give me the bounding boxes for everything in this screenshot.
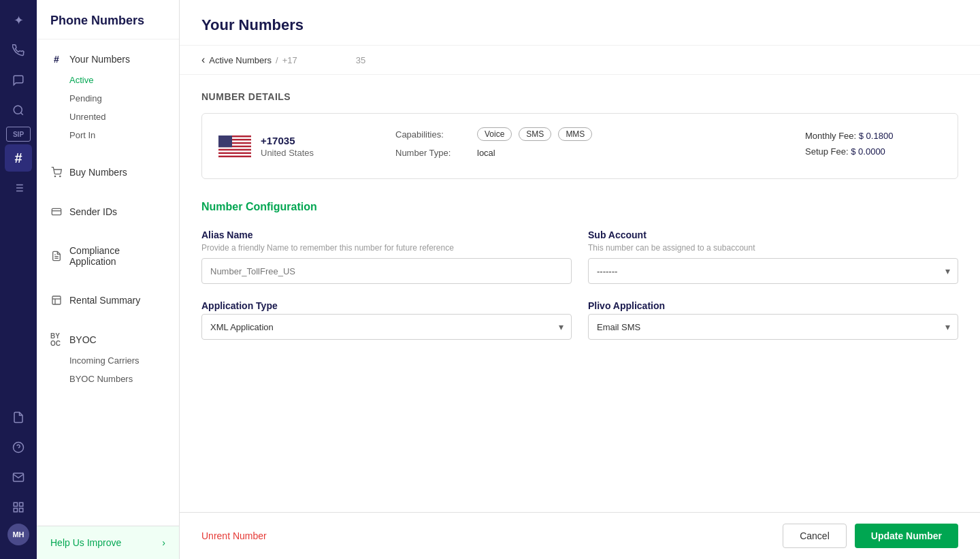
sidebar-item-label-your-numbers: Your Numbers: [69, 54, 130, 65]
svg-rect-27: [218, 147, 251, 148]
sidebar-sub-item-port-in[interactable]: Port In: [37, 126, 179, 144]
unrent-number-button[interactable]: Unrent Number: [201, 530, 267, 541]
number-flag-area: +17035 United States: [218, 135, 368, 158]
mms-badge: MMS: [558, 127, 592, 141]
chat-icon[interactable]: [5, 67, 32, 94]
number-details-card: +17035 United States Capabilities: Voice…: [201, 113, 958, 179]
hash-nav-icon: #: [50, 53, 63, 65]
breadcrumb-link[interactable]: Active Numbers: [209, 55, 272, 65]
icon-rail: ✦ SIP # MH: [0, 0, 37, 559]
breadcrumb-number-partial: 35: [356, 55, 365, 65]
user-avatar[interactable]: MH: [7, 524, 29, 545]
main-content: Your Numbers ‹ Active Numbers / +17 35 N…: [180, 0, 980, 559]
report-icon[interactable]: [5, 404, 32, 431]
sidebar-item-compliance[interactable]: Compliance Application: [37, 240, 179, 272]
sidebar-item-label-sender-ids: Sender IDs: [69, 206, 117, 217]
search-icon[interactable]: [5, 97, 32, 124]
capabilities-label: Capabilities:: [395, 129, 470, 140]
alias-name-hint: Provide a friendly Name to remember this…: [201, 243, 572, 253]
sub-account-label: Sub Account: [588, 229, 958, 240]
help-circle-icon[interactable]: [5, 434, 32, 461]
sidebar-section-sender-ids: Sender IDs: [37, 192, 179, 231]
help-us-improve-button[interactable]: Help Us Improve ›: [37, 526, 179, 559]
us-flag-icon: [218, 135, 251, 157]
number-info: +17035 United States: [261, 135, 314, 158]
sidebar-title: Phone Numbers: [37, 0, 179, 39]
alias-name-input[interactable]: [201, 258, 572, 284]
monthly-fee-row: Monthly Fee: $ 0.1800: [805, 131, 941, 141]
application-type-label: Application Type: [201, 300, 572, 311]
alias-name-label: Alias Name: [201, 229, 572, 240]
setup-fee-row: Setup Fee: $ 0.0000: [805, 146, 941, 157]
id-card-icon: [50, 206, 63, 218]
breadcrumb: ‹ Active Numbers / +17 35: [180, 46, 980, 75]
sidebar-section-buy-numbers: Buy Numbers: [37, 153, 179, 192]
config-section-title: Number Configuration: [201, 201, 958, 213]
sidebar-item-sender-ids[interactable]: Sender IDs: [37, 200, 179, 223]
svg-rect-10: [14, 502, 17, 506]
sidebar-item-label-buy-numbers: Buy Numbers: [69, 167, 127, 178]
sidebar-sub-item-pending[interactable]: Pending: [37, 89, 179, 108]
application-type-select-wrapper: XML Application Option 2 Option 3: [201, 314, 572, 340]
svg-point-15: [60, 176, 61, 176]
sidebar-item-label-compliance: Compliance Application: [69, 245, 165, 267]
sidebar: Phone Numbers # Your Numbers Active Pend…: [37, 0, 180, 559]
byoc-icon: BY OC: [50, 334, 63, 346]
list-icon[interactable]: [5, 174, 32, 202]
number-configuration-section: Number Configuration Alias Name Provide …: [201, 201, 958, 340]
application-type-select[interactable]: XML Application Option 2 Option 3: [201, 314, 572, 340]
sub-account-select[interactable]: -------: [588, 258, 958, 284]
breadcrumb-separator: /: [276, 55, 278, 65]
setup-fee-value: $ 0.0000: [851, 146, 885, 157]
sub-account-group: Sub Account This number can be assigned …: [588, 229, 958, 284]
help-us-improve-label: Help Us Improve: [50, 537, 121, 548]
config-form-grid: Alias Name Provide a friendly Name to re…: [201, 229, 958, 340]
update-number-button[interactable]: Update Number: [855, 524, 958, 548]
svg-rect-29: [218, 154, 251, 155]
sidebar-sub-item-unrented[interactable]: Unrented: [37, 108, 179, 126]
sidebar-item-buy-numbers[interactable]: Buy Numbers: [37, 161, 179, 184]
back-button[interactable]: ‹: [201, 54, 205, 66]
voice-badge: Voice: [477, 127, 512, 141]
sidebar-sub-item-byoc-numbers[interactable]: BYOC Numbers: [37, 370, 179, 388]
svg-rect-28: [218, 150, 251, 152]
number-type-row: Number Type: local: [395, 148, 778, 158]
message-icon[interactable]: [5, 464, 32, 491]
application-type-group: Application Type XML Application Option …: [201, 300, 572, 340]
sub-account-hint: This number can be assigned to a subacco…: [588, 243, 958, 253]
svg-point-0: [14, 106, 22, 114]
page-footer: Unrent Number Cancel Update Number: [180, 512, 980, 559]
svg-rect-13: [14, 509, 17, 512]
compliance-icon: [50, 250, 63, 262]
svg-rect-11: [20, 502, 23, 506]
svg-rect-16: [52, 208, 61, 214]
main-header: Your Numbers: [180, 0, 980, 46]
setup-fee-label: Setup Fee:: [805, 146, 849, 157]
hash-icon[interactable]: #: [5, 144, 32, 172]
monthly-fee-label: Monthly Fee:: [805, 131, 856, 141]
svg-rect-30: [218, 135, 232, 147]
sidebar-sub-item-active[interactable]: Active: [37, 71, 179, 89]
svg-rect-12: [20, 509, 23, 512]
sms-badge: SMS: [519, 127, 551, 141]
sidebar-item-label-byoc: BYOC: [69, 334, 97, 345]
number-country: United States: [261, 148, 314, 158]
sidebar-section-compliance: Compliance Application: [37, 231, 179, 281]
sidebar-item-byoc[interactable]: BY OC BYOC: [37, 328, 179, 351]
sidebar-section-rental-summary: Rental Summary: [37, 281, 179, 320]
svg-rect-20: [52, 296, 61, 304]
phone-icon[interactable]: [5, 37, 32, 64]
plivo-application-select[interactable]: Email SMS Option 2 Option 3: [588, 314, 958, 340]
cancel-button[interactable]: Cancel: [783, 524, 847, 548]
rental-summary-icon: [50, 294, 63, 306]
number-type-value: local: [477, 148, 495, 158]
grid-icon[interactable]: [5, 494, 32, 521]
sidebar-section-your-numbers: # Your Numbers Active Pending Unrented P…: [37, 39, 179, 153]
sip-icon[interactable]: SIP: [6, 127, 31, 142]
sidebar-item-your-numbers[interactable]: # Your Numbers: [37, 48, 179, 71]
sidebar-item-rental-summary[interactable]: Rental Summary: [37, 289, 179, 312]
page-title: Your Numbers: [201, 16, 958, 34]
content-area: Number Details +17035: [180, 75, 980, 512]
logo-icon[interactable]: ✦: [5, 7, 32, 34]
sidebar-sub-item-incoming-carriers[interactable]: Incoming Carriers: [37, 351, 179, 370]
